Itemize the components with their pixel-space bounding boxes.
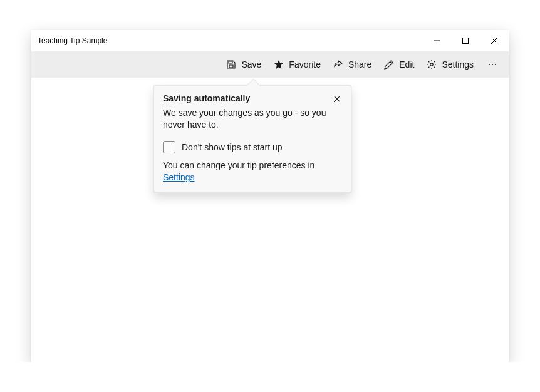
window-controls: [422, 30, 509, 51]
star-icon: [274, 59, 284, 70]
tip-title: Saving automatically: [163, 93, 250, 103]
share-button[interactable]: Share: [327, 53, 378, 76]
gear-icon: [427, 59, 437, 70]
svg-point-5: [489, 64, 490, 65]
tip-footer: You can change your tip preferences in S…: [163, 160, 342, 183]
more-button[interactable]: [480, 53, 505, 76]
more-icon: [487, 59, 497, 70]
favorite-button[interactable]: Favorite: [267, 53, 327, 76]
tip-body: Don't show tips at start up You can chan…: [163, 141, 342, 183]
save-icon: [226, 59, 236, 70]
svg-point-7: [495, 64, 496, 65]
checkbox-label: Don't show tips at start up: [182, 142, 283, 152]
dont-show-checkbox[interactable]: Don't show tips at start up: [163, 141, 342, 153]
titlebar: Teaching Tip Sample: [31, 30, 509, 51]
maximize-icon: [462, 38, 469, 44]
svg-point-4: [430, 63, 433, 66]
favorite-label: Favorite: [289, 59, 321, 70]
share-label: Share: [348, 59, 371, 70]
minimize-icon: [434, 38, 440, 44]
tip-subtitle: We save your changes as you go - so you …: [163, 107, 342, 131]
close-icon: [334, 96, 340, 102]
settings-button[interactable]: Settings: [420, 53, 480, 76]
tip-footer-text: You can change your tip preferences in: [163, 160, 314, 170]
edit-icon: [384, 59, 394, 70]
app-window: Teaching Tip Sample Save Favorite: [31, 30, 509, 362]
close-icon: [491, 38, 497, 44]
edit-label: Edit: [399, 59, 414, 70]
checkbox-box: [163, 141, 175, 153]
minimize-button[interactable]: [422, 30, 451, 51]
tip-header: Saving automatically: [163, 93, 342, 105]
edit-button[interactable]: Edit: [378, 53, 420, 76]
maximize-button[interactable]: [451, 30, 480, 51]
svg-point-6: [492, 64, 493, 65]
window-title: Teaching Tip Sample: [38, 36, 107, 45]
tip-close-button[interactable]: [331, 93, 343, 105]
teaching-tip: Saving automatically We save your change…: [153, 85, 351, 193]
save-label: Save: [241, 59, 261, 70]
share-icon: [333, 59, 343, 70]
save-button[interactable]: Save: [220, 53, 267, 76]
content-area: Saving automatically We save your change…: [31, 78, 509, 362]
tip-settings-link[interactable]: Settings: [163, 172, 195, 182]
command-bar: Save Favorite Share Edit Settings: [31, 51, 509, 78]
svg-rect-1: [463, 38, 469, 44]
settings-label: Settings: [442, 59, 474, 70]
close-button[interactable]: [480, 30, 509, 51]
